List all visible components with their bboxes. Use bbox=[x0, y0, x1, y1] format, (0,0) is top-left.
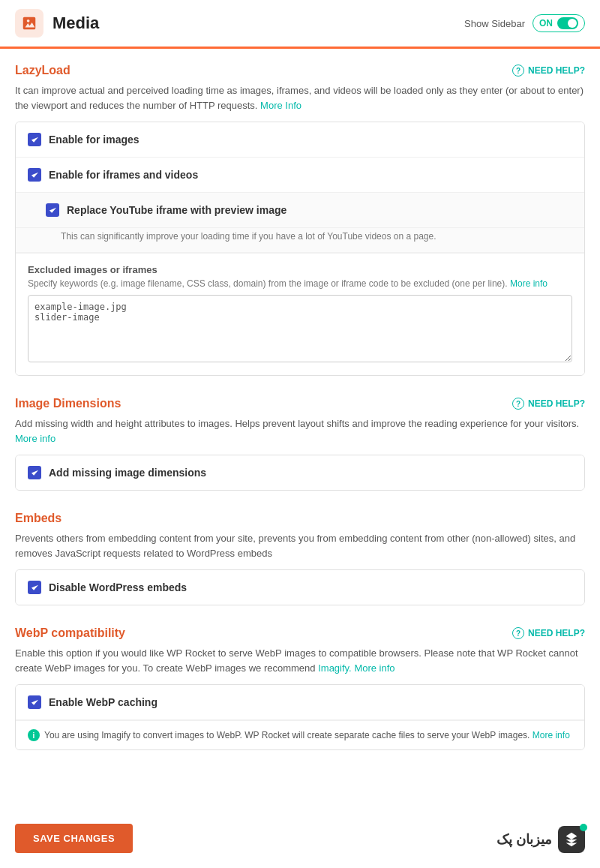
disable-embeds-label: Disable WordPress embeds bbox=[49, 581, 187, 593]
disable-embeds-row: Disable WordPress embeds bbox=[16, 570, 584, 605]
youtube-sub-desc-row: This can significantly improve your load… bbox=[16, 228, 584, 253]
lazyload-more-info[interactable]: More Info bbox=[260, 100, 302, 111]
webp-more-info[interactable]: More info bbox=[354, 662, 394, 674]
image-dimensions-header: Image Dimensions ? NEED HELP? bbox=[15, 397, 585, 410]
lazyload-header: LazyLoad ? NEED HELP? bbox=[15, 64, 585, 77]
enable-iframes-checkbox[interactable] bbox=[28, 168, 41, 182]
image-dimensions-title: Image Dimensions bbox=[15, 397, 121, 410]
embeds-header: Embeds bbox=[15, 512, 585, 525]
youtube-checkbox-wrapper: Replace YouTube iframe with preview imag… bbox=[46, 203, 286, 217]
youtube-checkbox[interactable] bbox=[46, 203, 59, 217]
need-help-label: NEED HELP? bbox=[528, 65, 585, 76]
add-dimensions-row: Add missing image dimensions bbox=[16, 455, 584, 490]
embeds-section: Embeds Prevents others from embedding co… bbox=[15, 512, 585, 605]
excluded-textarea[interactable]: example-image.jpg slider-image bbox=[28, 295, 572, 362]
logo-dot bbox=[580, 824, 587, 831]
help-icon-dims: ? bbox=[512, 398, 524, 410]
lazyload-title: LazyLoad bbox=[15, 64, 70, 77]
enable-webp-checkbox[interactable] bbox=[28, 695, 41, 709]
excluded-more-info[interactable]: More info bbox=[510, 278, 548, 289]
disable-embeds-checkbox[interactable] bbox=[28, 581, 41, 594]
toggle-state-text: ON bbox=[539, 18, 553, 29]
embeds-title: Embeds bbox=[15, 512, 62, 525]
webp-info-text: You are using Imagify to convert images … bbox=[44, 728, 570, 742]
enable-iframes-row: Enable for iframes and videos bbox=[16, 158, 584, 193]
page-header: Media Show Sidebar ON bbox=[0, 0, 600, 49]
footer-logo: میزبان پک bbox=[496, 826, 585, 853]
media-icon bbox=[15, 9, 44, 38]
webp-info-more-info[interactable]: More info bbox=[532, 730, 570, 740]
enable-images-checkbox-wrapper: Enable for images bbox=[28, 133, 140, 146]
youtube-label: Replace YouTube iframe with preview imag… bbox=[67, 204, 286, 216]
add-dimensions-checkbox-wrapper: Add missing image dimensions bbox=[28, 466, 206, 479]
disable-embeds-checkbox-wrapper: Disable WordPress embeds bbox=[28, 581, 187, 594]
excluded-desc: Specify keywords (e.g. image filename, C… bbox=[28, 278, 572, 289]
sidebar-toggle[interactable]: ON bbox=[532, 14, 585, 32]
need-help-dims-label: NEED HELP? bbox=[528, 398, 585, 409]
webp-info-row: i You are using Imagify to convert image… bbox=[16, 720, 584, 749]
enable-webp-checkbox-wrapper: Enable WebP caching bbox=[28, 695, 158, 709]
enable-images-label: Enable for images bbox=[49, 134, 140, 146]
image-dimensions-description: Add missing width and height attributes … bbox=[15, 416, 585, 446]
toggle-pill[interactable] bbox=[557, 17, 578, 29]
enable-images-checkbox[interactable] bbox=[28, 133, 41, 146]
lazyload-options-box: Enable for images Enable for iframes and… bbox=[15, 122, 585, 376]
webp-options-box: Enable WebP caching i You are using Imag… bbox=[15, 684, 585, 750]
page-title: Media bbox=[52, 14, 99, 33]
main-content: LazyLoad ? NEED HELP? It can improve act… bbox=[0, 49, 600, 846]
excluded-label: Excluded images or iframes bbox=[28, 264, 572, 275]
add-dimensions-label: Add missing image dimensions bbox=[49, 467, 206, 479]
image-dimensions-need-help[interactable]: ? NEED HELP? bbox=[512, 398, 585, 410]
enable-iframes-checkbox-wrapper: Enable for iframes and videos bbox=[28, 168, 198, 182]
lazyload-section: LazyLoad ? NEED HELP? It can improve act… bbox=[15, 64, 585, 376]
excluded-section: Excluded images or iframes Specify keywo… bbox=[16, 253, 584, 375]
sidebar-toggle-label: Show Sidebar bbox=[464, 18, 525, 29]
help-icon: ? bbox=[512, 65, 524, 77]
webp-section: WebP compatibility ? NEED HELP? Enable t… bbox=[15, 626, 585, 750]
embeds-options-box: Disable WordPress embeds bbox=[15, 569, 585, 605]
enable-webp-row: Enable WebP caching bbox=[16, 685, 584, 720]
logo-text: میزبان پک bbox=[496, 831, 552, 848]
enable-webp-label: Enable WebP caching bbox=[49, 696, 158, 708]
webp-imagify-link[interactable]: Imagify. bbox=[318, 662, 352, 674]
header-right: Show Sidebar ON bbox=[464, 14, 585, 32]
logo-wrapper bbox=[558, 826, 585, 853]
image-dimensions-section: Image Dimensions ? NEED HELP? Add missin… bbox=[15, 397, 585, 491]
image-dimensions-options-box: Add missing image dimensions bbox=[15, 455, 585, 491]
image-dims-more-info[interactable]: More info bbox=[15, 433, 56, 444]
youtube-row: Replace YouTube iframe with preview imag… bbox=[16, 193, 584, 228]
add-dimensions-checkbox[interactable] bbox=[28, 466, 41, 479]
help-icon-webp: ? bbox=[512, 627, 524, 639]
info-icon: i bbox=[28, 729, 40, 741]
enable-iframes-label: Enable for iframes and videos bbox=[49, 169, 198, 181]
lazyload-need-help[interactable]: ? NEED HELP? bbox=[512, 65, 585, 77]
enable-images-row: Enable for images bbox=[16, 122, 584, 158]
header-left: Media bbox=[15, 9, 99, 38]
save-changes-button[interactable]: SAVE CHANGES bbox=[15, 824, 133, 853]
need-help-webp-label: NEED HELP? bbox=[528, 628, 585, 638]
youtube-sub-description: This can significantly improve your load… bbox=[61, 231, 436, 242]
webp-need-help[interactable]: ? NEED HELP? bbox=[512, 627, 585, 639]
webp-title: WebP compatibility bbox=[15, 626, 125, 640]
embeds-description: Prevents others from embedding content f… bbox=[15, 531, 585, 560]
webp-header: WebP compatibility ? NEED HELP? bbox=[15, 626, 585, 640]
webp-description: Enable this option if you would like WP … bbox=[15, 646, 585, 675]
lazyload-description: It can improve actual and perceived load… bbox=[15, 83, 585, 113]
